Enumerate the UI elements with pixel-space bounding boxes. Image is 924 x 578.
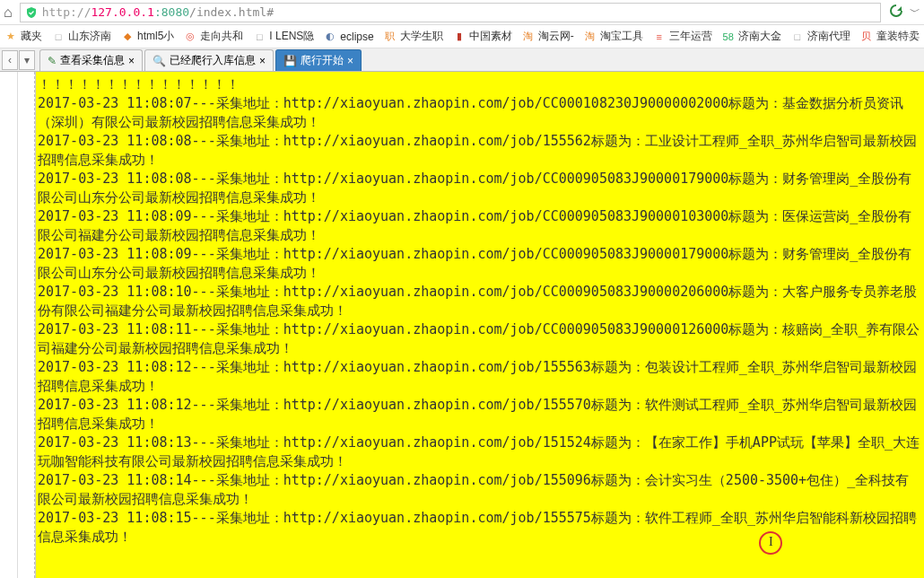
bookmark-item[interactable]: □I LENS隐 <box>252 29 314 44</box>
addr-protocol: http:// <box>42 5 92 19</box>
console-entry: 2017-03-23 11:08:14---采集地址：http://xiaoyu… <box>38 471 922 509</box>
tabs-row: ✎查看采集信息×🔍已经爬行入库信息×💾爬行开始× <box>0 48 924 72</box>
bookmark-item[interactable]: □济南代理 <box>790 29 850 44</box>
bookmark-item[interactable]: □山东济南 <box>51 29 111 44</box>
refresh-icon[interactable] <box>888 3 904 22</box>
bookmark-icon: □ <box>51 30 65 44</box>
bookmark-icon: 淘 <box>521 30 536 44</box>
bookmark-item[interactable]: ★藏夹 <box>4 29 42 44</box>
bookmark-item[interactable]: ◐eclipse <box>323 30 373 44</box>
tab-label: 爬行开始 <box>301 53 344 68</box>
address-bar[interactable]: http:// 127.0.0.1 :8080 /index.html# <box>20 3 881 22</box>
shield-icon <box>24 5 39 20</box>
ruler-col-2 <box>18 72 36 578</box>
bookmark-item[interactable]: 职大学生职 <box>383 29 443 44</box>
addr-port: :8080 <box>154 5 189 19</box>
bookmark-label: 走向共和 <box>200 29 243 44</box>
console-entry: 2017-03-23 11:08:13---采集地址：http://xiaoyu… <box>38 434 922 471</box>
bookmark-icon: □ <box>790 30 805 44</box>
ruler-col-1 <box>0 72 18 578</box>
bookmark-icon: ≡ <box>652 30 667 44</box>
bookmark-label: 济南代理 <box>807 29 850 44</box>
bookmark-icon: ◐ <box>323 30 337 44</box>
tab-icon: ✎ <box>48 55 57 67</box>
console-entry: 2017-03-23 11:08:12---采集地址：http://xiaoyu… <box>38 396 922 434</box>
bookmark-label: eclipse <box>340 31 373 43</box>
bookmark-label: 童装特卖 <box>876 29 920 44</box>
addr-host: 127.0.0.1 <box>91 5 153 19</box>
bookmark-icon: ◎ <box>183 30 197 44</box>
close-icon[interactable]: × <box>347 55 353 67</box>
bookmarks-bar: ★藏夹□山东济南◆html5小◎走向共和□I LENS隐◐eclipse职大学生… <box>0 25 924 48</box>
workspace: ！！！！！！！！！！！！！！！2017-03-23 11:08:07---采集地… <box>0 72 924 578</box>
bookmark-icon: 58 <box>721 30 736 44</box>
side-toggle-left[interactable]: ‹ <box>2 50 18 70</box>
console-entry: 2017-03-23 11:08:08---采集地址：http://xiaoyu… <box>38 132 922 170</box>
tab-item[interactable]: 🔍已经爬行入库信息× <box>144 49 274 71</box>
tab-item[interactable]: ✎查看采集信息× <box>39 49 143 71</box>
bookmark-icon: ★ <box>4 30 18 44</box>
side-toggle-right[interactable]: ▾ <box>19 50 35 70</box>
console-entry: 2017-03-23 11:08:11---采集地址：http://xiaoyu… <box>38 320 922 358</box>
bookmark-item[interactable]: 58济南大金 <box>721 29 781 44</box>
tab-item[interactable]: 💾爬行开始× <box>275 49 362 71</box>
side-toggle: ‹ ▾ <box>2 50 38 70</box>
bookmark-icon: 职 <box>383 30 397 44</box>
bookmark-item[interactable]: 淘淘宝工具 <box>583 29 643 44</box>
console-header: ！！！！！！！！！！！！！！！ <box>38 75 922 94</box>
console-entry: 2017-03-23 11:08:12---采集地址：http://xiaoyu… <box>38 358 922 396</box>
close-icon[interactable]: × <box>259 55 266 67</box>
console-entry: 2017-03-23 11:08:07---采集地址：http://xiaoyu… <box>38 94 922 132</box>
bookmark-label: 淘宝工具 <box>600 29 643 44</box>
tab-label: 查看采集信息 <box>60 53 125 68</box>
console-entry: 2017-03-23 11:08:10---采集地址：http://xiaoyu… <box>38 283 922 320</box>
dropdown-icon[interactable]: ﹀ <box>910 4 920 20</box>
bookmark-icon: 贝 <box>859 30 874 44</box>
close-icon[interactable]: × <box>128 55 135 67</box>
home-icon[interactable]: ⌂ <box>4 4 13 21</box>
tab-icon: 💾 <box>283 55 297 67</box>
bookmark-label: 大学生职 <box>400 29 443 44</box>
bookmark-icon: ◆ <box>120 30 135 44</box>
bookmark-label: 藏夹 <box>21 29 42 44</box>
console-entry: 2017-03-23 11:08:09---采集地址：http://xiaoyu… <box>38 207 922 245</box>
console-entry: 2017-03-23 11:08:15---采集地址：http://xiaoyu… <box>38 509 922 547</box>
bookmark-label: 三年运营 <box>669 29 712 44</box>
bookmark-label: html5小 <box>137 29 174 44</box>
bookmark-item[interactable]: ▮中国素材 <box>452 29 512 44</box>
tab-label: 已经爬行入库信息 <box>170 53 256 68</box>
console-output[interactable]: ！！！！！！！！！！！！！！！2017-03-23 11:08:07---采集地… <box>36 72 924 578</box>
bookmark-icon: ▮ <box>452 30 466 44</box>
bookmark-icon: 淘 <box>583 30 597 44</box>
bookmark-label: 淘云网- <box>538 29 574 44</box>
bookmark-item[interactable]: 淘淘云网- <box>521 29 574 44</box>
bookmark-icon: □ <box>252 30 266 44</box>
bookmark-label: 济南大金 <box>738 29 781 44</box>
bookmark-label: 山东济南 <box>68 29 111 44</box>
bookmark-label: 中国素材 <box>469 29 512 44</box>
browser-toolbar: ⌂ http:// 127.0.0.1 :8080 /index.html# ﹀ <box>0 0 924 25</box>
console-entry: 2017-03-23 11:08:08---采集地址：http://xiaoyu… <box>38 170 922 207</box>
bookmark-item[interactable]: ◆html5小 <box>120 29 174 44</box>
bookmark-item[interactable]: 贝童装特卖 <box>859 29 920 44</box>
bookmark-item[interactable]: ◎走向共和 <box>183 29 243 44</box>
addr-path: /index.html# <box>189 5 274 19</box>
bookmark-label: I LENS隐 <box>269 29 314 44</box>
bookmark-item[interactable]: ≡三年运营 <box>652 29 712 44</box>
console-entry: 2017-03-23 11:08:09---采集地址：http://xiaoyu… <box>38 245 922 283</box>
tab-icon: 🔍 <box>153 55 166 67</box>
ruler <box>0 72 36 578</box>
